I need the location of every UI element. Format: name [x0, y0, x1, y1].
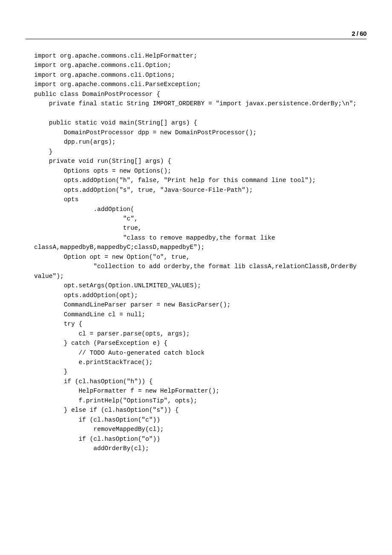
page-number-total: 60 [360, 30, 366, 37]
page-header: 2 / 60 [26, 30, 366, 39]
document-page: 2 / 60 import org.apache.commons.cli.Hel… [0, 0, 392, 555]
code-block: import org.apache.commons.cli.HelpFormat… [26, 51, 366, 454]
